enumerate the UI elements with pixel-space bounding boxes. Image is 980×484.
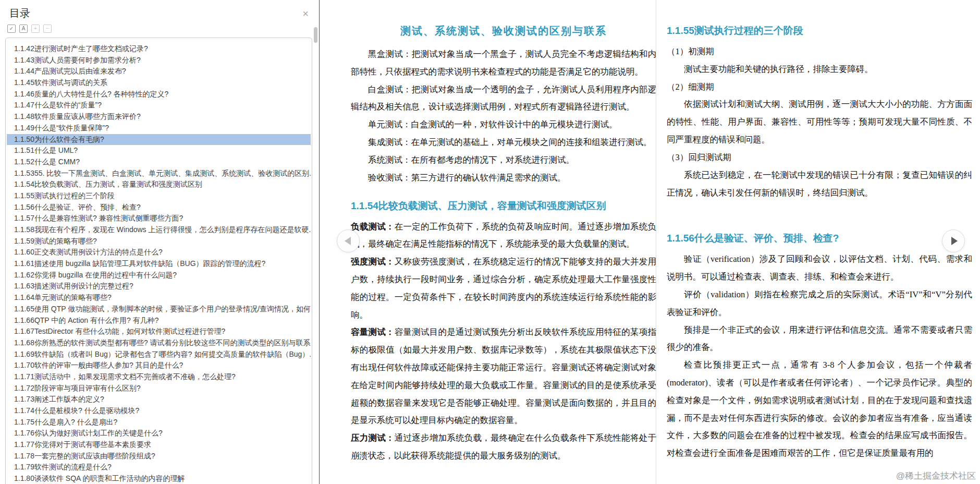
app-window: 目录 × ✓A+− 1.1.42进行测试时产生了哪些文档或记录?1.1.43测试… (0, 0, 980, 484)
definition-paragraph: 强度测试：又称疲劳强度测试，在系统稳定运行的情况下能够支持的最大并发用户数，持续… (351, 253, 656, 323)
definition-text: 又称疲劳强度测试，在系统稳定运行的情况下能够支持的最大并发用户数，持续执行一段时… (351, 257, 656, 319)
right-page-paragraphs: 验证（verification）涉及了回顾和会议，以评估文档、计划、代码、需求和… (667, 250, 972, 462)
paragraph: 集成测试：在单元测试的基础上，对单元模块之间的连接和组装进行测试。 (351, 134, 656, 151)
paragraph: 验证（verification）涉及了回顾和会议，以评估文档、计划、代码、需求和… (667, 250, 972, 286)
section-heading-1-1-54: 1.1.54比较负载测试、压力测试，容量测试和强度测试区别 (351, 199, 656, 213)
toc-item[interactable]: 1.1.55测试执行过程的三个阶段 (7, 190, 311, 202)
document-page-left: 测试、系统测试、验收测试的区别与联系 黑盒测试：把测试对象当成一个黑盒子，测试人… (351, 0, 656, 465)
toc-item[interactable]: 1.1.70软件的评审一般由哪些人参加? 其目的是什么? (7, 360, 311, 371)
previous-page-button[interactable] (337, 229, 360, 252)
toc-item[interactable]: 1.1.64单元测试的策略有哪些? (7, 292, 311, 304)
toc-item[interactable]: 1.1.49什么是“软件质量保障”? (7, 123, 311, 134)
next-page-button[interactable] (942, 229, 965, 252)
toc-item[interactable]: 1.1.68你所熟悉的软件测试类型都有哪些? 请试着分别比较这些不同的测试类型的… (7, 337, 311, 349)
paragraph: 单元测试：白盒测试的一种，对软件设计中的单元模块进行测试。 (351, 116, 656, 134)
definition-text: 在一定的工作负荷下，系统的负荷及响应时间。通过逐步增加系统负载，最终确定在满足性… (351, 222, 656, 249)
toc-item[interactable]: 1.1.48软件质量应该从哪些方面来评价? (7, 111, 311, 123)
toc-item[interactable]: 1.1.62你觉得 bugzilla 在使用的过程中有什么问题? (7, 270, 311, 281)
toc-item[interactable]: 1.1.47什么是软件的“质量”? (7, 100, 311, 111)
expand-all-icon[interactable]: + (31, 25, 40, 33)
toc-item[interactable]: 1.1.42进行测试时产生了哪些文档或记录? (7, 43, 311, 55)
toc-item[interactable]: 1.1.67TestDirector 有些什么功能，如何对软件测试过程进行管理? (7, 326, 311, 337)
toc-sidebar: 目录 × ✓A+− 1.1.42进行测试时产生了哪些文档或记录?1.1.43测试… (0, 0, 320, 484)
left-page-intro: 黑盒测试：把测试对象当成一个黑盒子，测试人员完全不考虑逻辑结构和内部特性，只依据… (351, 45, 656, 187)
toc-item[interactable]: 1.1.80谈谈软件 SQA 的职责和工作活动的内容的理解 (7, 473, 311, 484)
toc-item[interactable]: 1.1.73阐述工作版本的定义? (7, 394, 311, 405)
left-page-definitions: 负载测试：在一定的工作负荷下，系统的负荷及响应时间。通过逐步增加系统负载，最终确… (351, 218, 656, 465)
toc-item[interactable]: 1.1.65使用 QTP 做功能测试，录制脚本的时候，要验证多个用户的登录情况/… (7, 304, 311, 315)
doc-title: 测试、系统测试、验收测试的区别与联系 (351, 24, 656, 38)
toc-item[interactable]: 1.1.51什么是 UML? (7, 145, 311, 156)
document-page-right: 1.1.55测试执行过程的三个阶段 （1）初测期测试主要功能和关键的执行路径，排… (667, 0, 972, 462)
definition-paragraph: 容量测试：容量测试目的是通过测试预先分析出反映软件系统应用特征的某项指标的极限值… (351, 323, 656, 429)
toc-item[interactable]: 1.1.54比较负载测试、压力测试，容量测试和强度测试区别 (7, 179, 311, 190)
paragraph: 预排是一个非正式的会议，用来进行评估和信息交流。通常不需要或者只需很少的准备。 (667, 321, 972, 357)
toc-item[interactable]: 1.1.79软件测试的流程是什么? (7, 462, 311, 473)
toc-item[interactable]: 1.1.69软件缺陷（或者叫 Bug）记录都包含了哪些内容? 如何提交高质量的软… (7, 349, 311, 360)
toc-item[interactable]: 1.1.59测试的策略有哪些? (7, 236, 311, 247)
toc-item[interactable]: 1.1.60正交表测试用例设计方法的特点是什么? (7, 247, 311, 258)
phase-label: （1）初测期 (667, 43, 972, 60)
toc-item[interactable]: 1.1.75什么是扇入? 什么是扇出? (7, 417, 311, 428)
paragraph: 黑盒测试：把测试对象当成一个黑盒子，测试人员完全不考虑逻辑结构和内部特性，只依据… (351, 45, 656, 81)
toc-item[interactable]: 1.1.78一套完整的测试应该由哪些阶段组成? (7, 451, 311, 462)
font-icon[interactable]: A (19, 25, 28, 33)
paragraph: 评价（validation）则指在检察完成之后的实际测试。术语“IV”和“V”分… (667, 286, 972, 321)
toc-item[interactable]: 1.1.57什么是兼容性测试? 兼容性测试侧重哪些方面? (7, 213, 311, 224)
chevron-right-icon (951, 237, 958, 245)
definition-paragraph: 负载测试：在一定的工作负荷下，系统的负荷及响应时间。通过逐步增加系统负载，最终确… (351, 218, 656, 253)
toc-item[interactable]: 1.1.56什么是验证、评价、预排、检查? (7, 202, 311, 213)
toc-title: 目录 (9, 6, 30, 20)
phase-label: （3）回归测试期 (667, 149, 972, 166)
right-page-phases: （1）初测期测试主要功能和关键的执行路径，排除主要障碍。（2）细测期依据测试计划… (667, 43, 972, 201)
toc-item[interactable]: 1.1.66QTP 中的 Action 有什么作用? 有几种? (7, 315, 311, 326)
toc-header: 目录 × (0, 0, 319, 21)
toc-item[interactable]: 1.1.52什么是 CMM? (7, 156, 311, 168)
toc-item[interactable]: 1.1.76你认为做好测试计划工作的关键是什么? (7, 428, 311, 439)
definition-text: 通过逐步增加系统负载，最终确定在什么负载条件下系统性能将处于崩溃状态，以此获得系… (351, 433, 656, 461)
paragraph: 白盒测试：把测试对象当成一个透明的盒子，允许测试人员利用程序内部逻辑结构及相关信… (351, 81, 656, 116)
section-heading-1-1-56: 1.1.56什么是验证、评价、预排、检查? (667, 232, 972, 245)
document-viewer: 测试、系统测试、验收测试的区别与联系 黑盒测试：把测试对象当成一个黑盒子，测试人… (320, 0, 980, 484)
toc-item[interactable]: 1.1.72阶段评审与项目评审有什么区别? (7, 383, 311, 394)
toc-item[interactable]: 1.1.5355. 比较一下黑盒测试、白盒测试、单元测试、集成测试、系统测试、验… (7, 168, 311, 179)
phase-text: 依据测试计划和测试大纲、测试用例，逐一测试大大小小的功能、方方面面的特性、性能、… (667, 95, 972, 148)
toc-item[interactable]: 1.1.63描述测试用例设计的完整过程? (7, 281, 311, 292)
definition-paragraph: 压力测试：通过逐步增加系统负载，最终确定在什么负载条件下系统性能将处于崩溃状态，… (351, 429, 656, 465)
definition-text: 容量测试目的是通过测试预先分析出反映软件系统应用特征的某项指标的极限值（如最大并… (351, 327, 656, 425)
paragraph: 系统测试：在所有都考虑的情况下，对系统进行测试。 (351, 151, 656, 169)
phase-label: （2）细测期 (667, 78, 972, 96)
toc-item-selected[interactable]: 1.1.50为什么软件会有毛病? (7, 134, 311, 146)
paragraph: 检查比预排更正式一点，通常有 3-8 个人参加会议，包括一个仲裁者(modera… (667, 356, 972, 462)
toc-scrollbar-thumb[interactable] (314, 27, 317, 43)
toc-item[interactable]: 1.1.61描述使用 bugzilla 缺陷管理工具对软件缺陷（BUG）跟踪的管… (7, 258, 311, 270)
phase-text: 测试主要功能和关键的执行路径，排除主要障碍。 (667, 60, 972, 78)
definition-term: 强度测试： (351, 257, 395, 267)
toc-item[interactable]: 1.1.71测试活动中，如果发现需求文档不完善或者不准确，怎么处理? (7, 371, 311, 383)
phase-text: 系统已达到稳定，在一轮测试中发现的错误已十分有限；复查已知错误的纠正情况，确认未… (667, 166, 972, 202)
toc-item[interactable]: 1.1.46质量的八大特性是什么? 各种特性的定义? (7, 89, 311, 100)
definition-term: 负载测试： (351, 222, 395, 232)
definition-term: 压力测试： (351, 433, 395, 443)
toc-item[interactable]: 1.1.44产品测试完以后由谁来发布? (7, 66, 311, 77)
close-icon[interactable]: × (302, 8, 309, 19)
toc-toolbar: ✓A+− (0, 21, 319, 37)
watermark: @稀土掘金技术社区 (896, 470, 976, 482)
chevron-left-icon (345, 237, 351, 245)
paragraph: 验收测试：第三方进行的确认软件满足需求的测试。 (351, 169, 656, 187)
toc-item[interactable]: 1.1.45软件测试与调试的关系 (7, 77, 311, 89)
definition-term: 容量测试： (351, 327, 395, 337)
toc-item[interactable]: 1.1.58我现在有个程序，发现在 Windows 上运行得很慢，怎么判别是程序… (7, 224, 311, 236)
checkbox-icon[interactable]: ✓ (7, 25, 16, 33)
toc-item[interactable]: 1.1.74什么是桩模块? 什么是驱动模块? (7, 405, 311, 417)
toc-item[interactable]: 1.1.43测试人员需要何时参加需求分析? (7, 55, 311, 66)
collapse-all-icon[interactable]: − (43, 25, 52, 33)
toc-list: 1.1.42进行测试时产生了哪些文档或记录?1.1.43测试人员需要何时参加需求… (5, 38, 312, 484)
section-heading-1-1-55: 1.1.55测试执行过程的三个阶段 (667, 24, 972, 38)
toc-item[interactable]: 1.1.77你觉得对于测试有哪些基本素质要求 (7, 439, 311, 451)
